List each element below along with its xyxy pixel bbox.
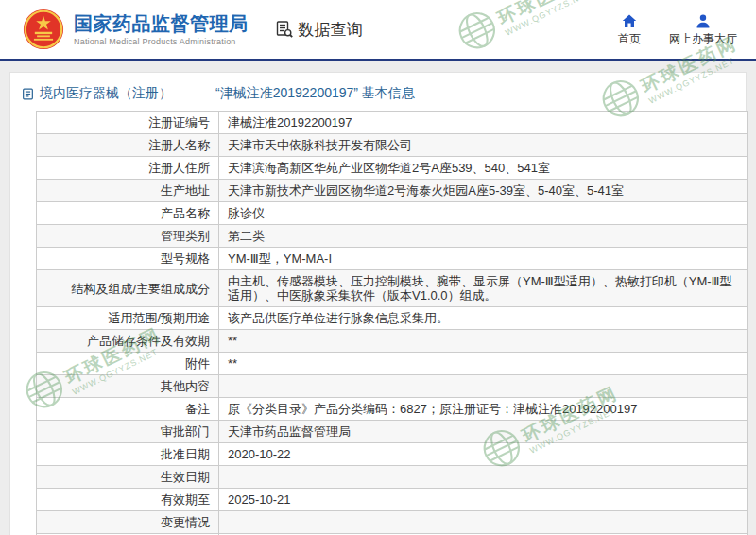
agency-logo-group: 国家药品监督管理局 National Medical Products Admi…	[23, 9, 249, 50]
row-value: **	[219, 353, 748, 375]
header-divider-bar	[0, 59, 756, 61]
row-value: 原《分类目录》产品分类编码：6827；原注册证号：津械注准20192200197	[219, 398, 748, 421]
data-query-section[interactable]: 数据查询	[275, 19, 363, 41]
row-value	[219, 466, 748, 489]
row-label: 批准日期	[37, 443, 219, 466]
row-label: 备注	[37, 398, 219, 421]
row-label: 附件	[37, 353, 219, 375]
breadcrumb-separator: ——	[180, 86, 207, 101]
data-query-label: 数据查询	[299, 19, 363, 41]
row-value: 天津市药品监督管理局	[219, 421, 748, 443]
row-value: 脉诊仪	[219, 202, 748, 225]
form-icon	[22, 88, 34, 100]
nav-service-hall[interactable]: 网上办事大厅	[669, 14, 737, 45]
table-row: 附件**	[37, 353, 748, 375]
table-row: 有效期至2025-10-21	[37, 489, 748, 511]
table-row: 生效日期	[37, 466, 748, 489]
person-icon	[696, 14, 711, 32]
page-title: “津械注准20192200197” 基本信息	[215, 85, 415, 102]
content-panel: 境内医疗器械（注册） —— “津械注准20192200197” 基本信息 注册证…	[9, 72, 747, 535]
row-label: 有效期至	[37, 489, 219, 511]
table-row: 产品名称脉诊仪	[37, 202, 748, 225]
row-label: 结构及组成/主要组成成分	[37, 270, 219, 307]
header-nav: 首页 网上办事大厅	[618, 14, 737, 45]
row-value	[219, 375, 748, 398]
row-label: 型号规格	[37, 248, 219, 270]
breadcrumb: 境内医疗器械（注册） —— “津械注准20192200197” 基本信息	[10, 73, 746, 111]
table-row: 注册人住所天津滨海高新区华苑产业区物华道2号A座539、540、541室	[37, 157, 748, 180]
row-label: 生产地址	[37, 180, 219, 202]
nav-home-label: 首页	[618, 32, 641, 45]
info-table: 注册证编号津械注准20192200197注册人名称天津市天中依脉科技开发有限公司…	[36, 111, 748, 535]
national-emblem-icon	[23, 9, 64, 50]
row-value: 天津市天中依脉科技开发有限公司	[219, 134, 748, 157]
nav-home[interactable]: 首页	[618, 14, 641, 45]
table-row: 适用范围/预期用途该产品供医疗单位进行脉象信息采集用。	[37, 307, 748, 330]
table-row: 注册人名称天津市天中依脉科技开发有限公司	[37, 134, 748, 157]
agency-name-zh: 国家药品监督管理局	[74, 13, 249, 34]
table-row: 结构及组成/主要组成成分由主机、传感器模块、压力控制模块、腕带、显示屏（YM-Ⅲ…	[37, 270, 748, 307]
row-label: 其他内容	[37, 375, 219, 398]
document-search-icon	[275, 20, 294, 39]
table-row: 备注原《分类目录》产品分类编码：6827；原注册证号：津械注准201922001…	[37, 398, 748, 421]
row-value: 天津滨海高新区华苑产业区物华道2号A座539、540、541室	[219, 157, 748, 180]
table-row: 型号规格YM-Ⅲ型，YM-MA-I	[37, 248, 748, 270]
row-label: 注册人名称	[37, 134, 219, 157]
agency-name-en: National Medical Products Administration	[74, 37, 249, 46]
table-row: 其他内容	[37, 375, 748, 398]
row-value: 由主机、传感器模块、压力控制模块、腕带、显示屏（YM-Ⅲ型适用）、热敏打印机（Y…	[219, 270, 748, 307]
site-header: 国家药品监督管理局 National Medical Products Admi…	[0, 0, 756, 59]
row-label: 产品储存条件及有效期	[37, 330, 219, 353]
table-row: 产品储存条件及有效期**	[37, 330, 748, 353]
table-row: 注册证编号津械注准20192200197	[37, 112, 748, 134]
row-label: 注册证编号	[37, 112, 219, 134]
table-row: 变更情况	[37, 511, 748, 534]
row-value: 2025-10-21	[219, 489, 748, 511]
row-label: 适用范围/预期用途	[37, 307, 219, 330]
info-table-body: 注册证编号津械注准20192200197注册人名称天津市天中依脉科技开发有限公司…	[37, 112, 748, 535]
row-label: 产品名称	[37, 202, 219, 225]
row-value: 津械注准20192200197	[219, 112, 748, 134]
row-value: YM-Ⅲ型，YM-MA-I	[219, 248, 748, 270]
page-content: 境内医疗器械（注册） —— “津械注准20192200197” 基本信息 注册证…	[0, 61, 756, 535]
row-value: 2020-10-22	[219, 443, 748, 466]
row-label: 注册人住所	[37, 157, 219, 180]
nav-hall-label: 网上办事大厅	[669, 32, 737, 45]
row-label: 生效日期	[37, 466, 219, 489]
table-row: 管理类别第二类	[37, 225, 748, 248]
row-label: 变更情况	[37, 511, 219, 534]
table-row: 审批部门天津市药品监督管理局	[37, 421, 748, 443]
row-value: 天津市新技术产业园区物华道2号海泰火炬园A座5-39室、5-40室、5-41室	[219, 180, 748, 202]
row-value	[219, 511, 748, 534]
row-value: 第二类	[219, 225, 748, 248]
table-row: 生产地址天津市新技术产业园区物华道2号海泰火炬园A座5-39室、5-40室、5-…	[37, 180, 748, 202]
row-value: 该产品供医疗单位进行脉象信息采集用。	[219, 307, 748, 330]
row-value: **	[219, 330, 748, 353]
table-row: 批准日期2020-10-22	[37, 443, 748, 466]
row-label: 审批部门	[37, 421, 219, 443]
home-icon	[622, 14, 637, 32]
row-label: 管理类别	[37, 225, 219, 248]
breadcrumb-section[interactable]: 境内医疗器械（注册）	[40, 85, 172, 102]
